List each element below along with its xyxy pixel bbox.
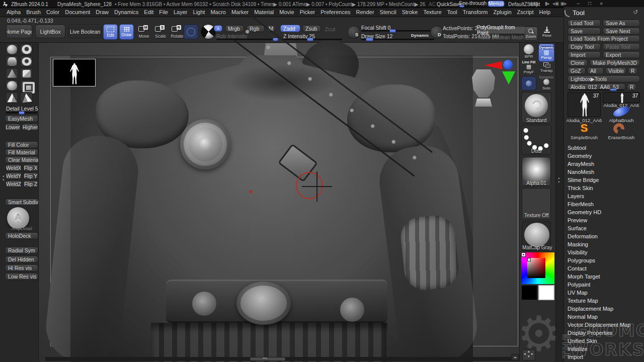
save-button[interactable]: Save	[568, 28, 601, 35]
tray-divider[interactable]: ▴▾	[555, 43, 564, 362]
primitive-prism-icon[interactable]	[20, 92, 33, 103]
nav-pad[interactable]: ◂ ▸ ▴ ▾	[522, 349, 535, 360]
tool-section[interactable]: Polygroups	[565, 256, 643, 264]
see-through-slider-handle[interactable]	[459, 5, 464, 8]
tool-section[interactable]: Texture Map	[565, 297, 643, 305]
tool-section[interactable]: Slime Bridge	[565, 176, 643, 184]
menubar-item[interactable]: Draw	[95, 9, 109, 17]
menubar-item[interactable]: Alpha	[6, 9, 21, 17]
tool-section[interactable]: Unified Skin	[565, 337, 643, 345]
home-page-button[interactable]: Home Page	[6, 25, 32, 38]
primitive-cylinder-icon[interactable]	[6, 56, 18, 67]
z-intensity-handle[interactable]	[307, 38, 313, 41]
move-button[interactable]: M Move	[137, 25, 151, 40]
load-tools-from-project-button[interactable]: Load Tools From Project	[568, 35, 640, 42]
menubar-item[interactable]: Stroke	[401, 9, 419, 17]
tool-section[interactable]: Subtool	[565, 144, 643, 152]
transp-button[interactable]: Transp	[538, 62, 554, 74]
menubar-item[interactable]: Tool	[447, 9, 458, 17]
make-polymesh3d-button[interactable]: Make PolyMesh3D	[590, 59, 640, 66]
tool-section[interactable]: Deformation	[565, 232, 643, 240]
holodeck-button[interactable]: HoloDeck	[5, 232, 38, 239]
export-button[interactable]: Export	[603, 51, 640, 58]
color-picker-hue[interactable]	[521, 252, 554, 284]
primitive-pyramid-icon[interactable]	[6, 92, 18, 103]
flip-x-button[interactable]: Flip X	[23, 164, 38, 171]
menubar-item[interactable]: Help	[539, 9, 551, 17]
lightbox-button[interactable]: LightBox	[35, 25, 65, 38]
menubar-item[interactable]: Marker	[231, 9, 249, 17]
fill-color-button[interactable]: Fill Color	[5, 141, 38, 148]
goz-visible-button[interactable]: Visible	[605, 67, 626, 74]
current-material-tray-thumbnail[interactable]: MatCap Gray	[522, 221, 551, 251]
primitive-holecube-icon[interactable]	[20, 80, 33, 91]
draw-size-slider[interactable]	[361, 39, 434, 40]
rotate-button[interactable]: R Rotate	[170, 25, 184, 40]
menubar-item[interactable]: Render	[356, 9, 375, 17]
tool-section[interactable]: ArrayMesh	[565, 160, 643, 168]
menubar-item[interactable]: Dynamics	[114, 9, 139, 17]
secondary-color-swatch[interactable]	[521, 285, 537, 300]
primitive-torus-icon[interactable]	[20, 56, 33, 67]
tool-section[interactable]: UV Map	[565, 289, 643, 297]
radial-sym-button[interactable]: Radial Sym	[5, 247, 38, 254]
lower-button[interactable]: Lower	[5, 124, 21, 131]
goz-button[interactable]: GoZ	[568, 67, 586, 74]
save-next-button[interactable]: Save Next	[603, 28, 640, 35]
tool-section[interactable]: Contact	[565, 264, 643, 273]
current-texture-thumbnail[interactable]: Texture Off	[522, 188, 551, 219]
current-stroke-thumbnail[interactable]: Dots	[521, 125, 551, 155]
active-tool-r-button[interactable]: R	[627, 83, 636, 90]
focal-shift-handle[interactable]	[389, 29, 396, 33]
current-alpha-thumbnail[interactable]: Alpha 01	[522, 157, 551, 186]
color-picker-sv[interactable]	[527, 258, 545, 278]
tool-section[interactable]: FiberMesh	[565, 200, 643, 208]
primitive-tube-icon[interactable]	[20, 44, 33, 55]
tool-section[interactable]: Import	[565, 353, 643, 361]
menubar-item[interactable]: Brush	[26, 9, 41, 17]
primitive-ball-icon[interactable]	[6, 80, 18, 91]
left-tray-divider-arrows[interactable]: ▴▾	[3, 174, 5, 182]
a-toggle-button[interactable]: A	[214, 25, 222, 32]
see-through-slider[interactable]	[459, 6, 484, 7]
flip-y-button[interactable]: Flip Y	[23, 172, 38, 179]
current-brush-thumbnail[interactable]: Standard	[521, 92, 551, 123]
bpr-button[interactable]: BPR	[521, 44, 536, 60]
active-tool-thumbnail[interactable]: 37	[568, 92, 601, 117]
depth-mode-icon[interactable]: D	[430, 26, 443, 39]
paste-tool-button[interactable]: Paste Tool	[603, 43, 640, 50]
hue-selector[interactable]	[522, 253, 525, 256]
lightbox-tools-button[interactable]: Lightbox▶Tools	[568, 75, 640, 82]
draw-button[interactable]: Draw	[119, 24, 134, 40]
menubar-item[interactable]: Picker	[299, 9, 316, 17]
del-hidden-button[interactable]: Del Hidden	[5, 256, 38, 263]
timeline-controls-icon[interactable]: ◂▮▮▮	[528, 1, 538, 6]
zoom-button[interactable]: Zoom	[524, 27, 538, 41]
menubar-item[interactable]: File	[158, 9, 169, 17]
tool-section[interactable]: Morph Target	[565, 273, 643, 281]
goz-r-button[interactable]: R	[628, 67, 637, 74]
simplebrush-icon[interactable]: S	[577, 122, 592, 134]
persp-button[interactable]: Dynamic ▦ Persp	[538, 44, 554, 62]
tool-section[interactable]: Geometry	[565, 152, 643, 160]
weldx-button[interactable]: WeldX	[6, 164, 22, 171]
menubar-item[interactable]: Preferences	[320, 9, 351, 17]
document-preview-thumbnail[interactable]	[53, 59, 96, 86]
import-button[interactable]: Import	[568, 51, 601, 58]
tool-section[interactable]: NanoMesh	[565, 168, 643, 176]
clone-button[interactable]: Clone	[568, 59, 588, 66]
floor-button[interactable]: Floor	[540, 27, 554, 41]
quicksave-button[interactable]: QuickSave	[437, 2, 461, 7]
tool-section[interactable]: Normal Map	[565, 313, 643, 321]
menubar-item[interactable]: Zplugin	[493, 9, 512, 17]
primitive-cone-icon[interactable]	[6, 68, 18, 79]
menubar-item[interactable]: Color	[46, 9, 60, 17]
tool-section[interactable]: Polypaint	[565, 281, 643, 289]
menubar-item[interactable]: Layer	[173, 9, 188, 17]
tool-section[interactable]: Layers	[565, 192, 643, 200]
menus-button[interactable]: Menus	[488, 1, 505, 7]
easymesh-button[interactable]: EasyMesh	[5, 115, 38, 122]
canvas-resize-grip[interactable]: ◂▸	[511, 354, 519, 360]
tool-section[interactable]: Masking	[565, 240, 643, 248]
palette-refresh-icon[interactable]: ↺	[633, 9, 638, 16]
